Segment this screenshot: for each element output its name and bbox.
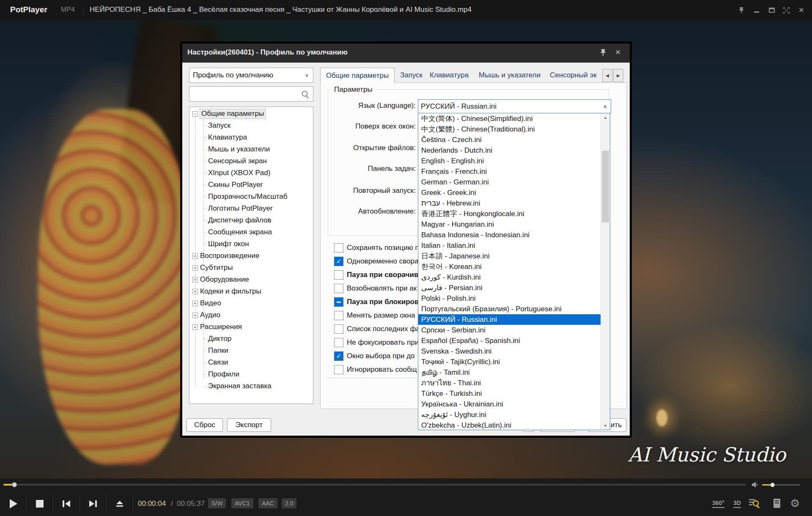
language-option[interactable]: Тоҷикӣ - Tajik(Cyrillic).ini — [418, 357, 601, 367]
scroll-down-button[interactable]: ▼ — [601, 422, 610, 430]
tree-item-extensions[interactable]: +Расширения — [192, 321, 242, 332]
dialog-close-button[interactable]: × — [615, 47, 620, 57]
language-option[interactable]: کوردی - Kurdish.ini — [418, 272, 601, 283]
tab-startup[interactable]: Запуск — [400, 68, 422, 82]
checkbox-pause-on-minimize[interactable] — [334, 270, 343, 280]
volume-thumb[interactable] — [770, 483, 775, 487]
checkbox-recent-files[interactable] — [334, 324, 343, 334]
language-option[interactable]: Magyar - Hungarian.ini — [418, 219, 601, 230]
chevron-down-icon[interactable]: ∨ — [44, 7, 48, 13]
subtitle-panel-button[interactable] — [772, 498, 782, 510]
language-option[interactable]: עברית - Hebrew.ini — [418, 198, 601, 209]
language-option[interactable]: Türkçe - Turkish.ini — [418, 388, 601, 399]
language-option[interactable]: Svenska - Swedish.ini — [418, 346, 601, 357]
tab-keyboard[interactable]: Клавиатура — [430, 68, 469, 82]
checkbox-resume-on-activate[interactable] — [334, 284, 343, 293]
tree-item-narrator[interactable]: Диктор — [203, 333, 231, 344]
minimize-button[interactable] — [752, 5, 761, 15]
tree-item-touchscreen[interactable]: Сенсорный экран — [203, 156, 267, 167]
language-option[interactable]: ئۇيغۇرچە - Uyghur.ini — [418, 409, 601, 420]
tree-item-mouse[interactable]: Мышь и указатели — [203, 144, 270, 155]
language-option-selected[interactable]: РУССКИЙ - Russian.ini — [418, 314, 601, 325]
pin-window-button[interactable] — [737, 5, 746, 15]
playlist-search-button[interactable] — [749, 498, 760, 511]
tree-item-file-manager[interactable]: Диспетчер файлов — [203, 215, 271, 226]
language-option[interactable]: 中文(繁體) - Chinese(Traditional).ini — [418, 124, 601, 134]
language-option[interactable]: O'zbekcha - Uzbek(Latin).ini — [418, 420, 601, 431]
tree-expand-icon[interactable]: + — [192, 277, 198, 283]
checkbox-resize-window[interactable] — [334, 311, 343, 320]
tree-item-devices[interactable]: +Оборудование — [192, 274, 249, 285]
language-option[interactable]: Italian - Italian.ini — [418, 240, 601, 251]
tree-item-osd-messages[interactable]: Сообщения экрана — [203, 227, 272, 238]
tree-item-audio[interactable]: +Аудио — [192, 310, 220, 321]
listbox-scrollbar[interactable]: ▲ ▼ — [601, 113, 610, 430]
tab-mouse[interactable]: Мышь и указатели — [479, 68, 540, 82]
settings-gear-button[interactable]: ⚙ — [790, 498, 800, 509]
language-option[interactable]: 한국어 - Korean.ini — [418, 261, 601, 272]
maximize-button[interactable] — [767, 5, 776, 15]
tab-touchscreen[interactable]: Сенсорный эк — [550, 68, 599, 82]
language-option[interactable]: Greek - Greek.ini — [418, 187, 601, 198]
tree-item-playback[interactable]: +Воспроизведение — [192, 250, 259, 261]
tree-expand-icon[interactable]: + — [192, 265, 198, 271]
view-3d-button[interactable]: 3D — [733, 500, 741, 508]
checkbox-pause-on-lock[interactable] — [334, 297, 343, 307]
tree-item-startup[interactable]: Запуск — [203, 120, 230, 131]
tab-scroll-right-button[interactable]: ▶ — [613, 69, 623, 82]
view-360-button[interactable]: 360° — [712, 500, 724, 508]
language-option[interactable]: Español (España) - Spanish.ini — [418, 335, 601, 346]
tree-expand-icon[interactable]: + — [192, 324, 198, 330]
tree-item-codecs[interactable]: +Кодеки и фильтры — [192, 286, 261, 297]
tab-general[interactable]: Общие параметры — [320, 68, 395, 83]
language-option[interactable]: Polski - Polish.ini — [418, 293, 601, 304]
tree-item-screensaver[interactable]: Экранная заставка — [203, 381, 272, 392]
scrollbar-thumb[interactable] — [602, 151, 609, 222]
language-option[interactable]: Nederlands - Dutch.ini — [418, 145, 601, 156]
language-option[interactable]: Čeština - Czech.ini — [418, 134, 601, 145]
checkbox-ignore-messages[interactable] — [334, 365, 343, 374]
tree-collapse-icon[interactable]: − — [192, 111, 198, 117]
checkbox-no-focus[interactable] — [334, 338, 343, 347]
tree-item-keyboard[interactable]: Клавиатура — [203, 132, 247, 143]
tree-item-transparency[interactable]: Прозрачность/Масштаб — [203, 191, 288, 202]
language-option[interactable]: ภาษาไทย - Thai.ini — [418, 378, 601, 388]
language-option[interactable]: Српски - Serbian.ini — [418, 325, 601, 335]
scroll-up-button[interactable]: ▲ — [601, 113, 610, 121]
tree-item-profiles[interactable]: Профили — [203, 369, 239, 380]
language-option[interactable]: Португальский (Бразилия) - Portuguese.in… — [418, 304, 601, 314]
previous-button[interactable] — [53, 491, 80, 516]
language-option[interactable]: English - English.ini — [418, 156, 601, 166]
tree-item-subtitles[interactable]: +Субтитры — [192, 262, 233, 273]
language-option[interactable]: فارسی - Persian.ini — [418, 283, 601, 293]
language-option[interactable]: Українська - Ukrainian.ini — [418, 399, 601, 409]
tree-expand-icon[interactable]: + — [192, 289, 198, 294]
language-option[interactable]: தமிழ் - Tamil.ini — [418, 367, 601, 378]
reset-button[interactable]: Сброс — [187, 418, 223, 432]
tab-scroll-left-button[interactable]: ◀ — [602, 69, 612, 82]
tree-item-general[interactable]: −Общие параметры — [192, 108, 265, 119]
next-button[interactable] — [80, 491, 106, 516]
stop-button[interactable] — [27, 491, 53, 516]
tree-item-logos[interactable]: Логотипы PotPlayer — [203, 203, 273, 214]
tree-expand-icon[interactable]: + — [192, 253, 198, 259]
profile-select[interactable]: Профиль по умолчанию ∨ — [189, 68, 313, 83]
language-combobox[interactable]: РУССКИЙ - Russian.ini ∧ — [418, 99, 611, 113]
tree-item-video[interactable]: +Видео — [192, 298, 221, 309]
export-button[interactable]: Экспорт — [227, 418, 271, 432]
volume-mute-button[interactable] — [751, 481, 760, 490]
checkbox-save-position[interactable] — [334, 243, 343, 253]
tree-item-associations[interactable]: Связи — [203, 357, 228, 368]
language-option[interactable]: German - German.ini — [418, 177, 601, 187]
language-option[interactable]: 香港正體字 - Hongkonglocale.ini — [418, 209, 601, 219]
language-option[interactable]: 日本語 - Japanese.ini — [418, 251, 601, 261]
eject-button[interactable] — [107, 491, 133, 516]
seek-thumb[interactable] — [12, 482, 17, 487]
tree-item-folders[interactable]: Папки — [203, 345, 228, 356]
language-option[interactable]: Bahasa Indonesia - Indonesian.ini — [418, 230, 601, 240]
tree-expand-icon[interactable]: + — [192, 313, 198, 318]
close-window-button[interactable]: × — [797, 5, 806, 15]
language-option[interactable]: 中文(简体) - Chinese(Simplified).ini — [418, 113, 601, 124]
dialog-pin-button[interactable] — [599, 48, 607, 58]
play-button[interactable] — [0, 491, 26, 516]
